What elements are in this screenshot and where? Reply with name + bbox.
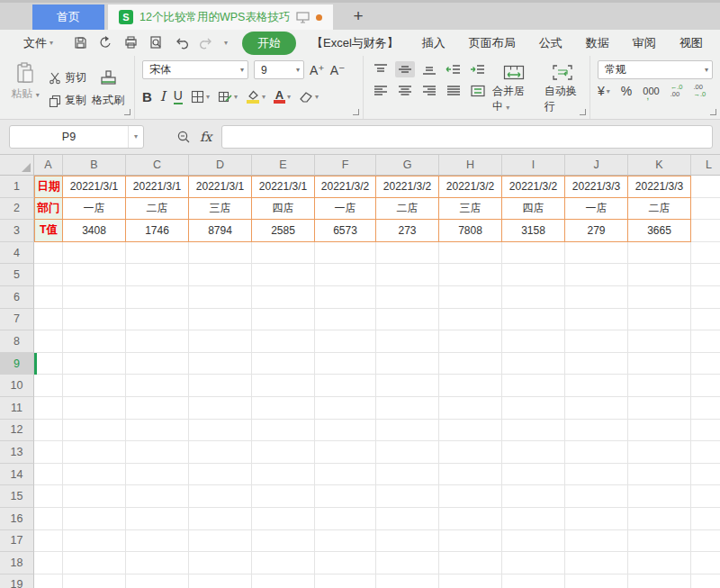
cell-H16[interactable] — [439, 508, 502, 530]
merge-center-button[interactable]: 合并居中 ▾ — [488, 61, 540, 117]
fill-color-button[interactable]: ▾ — [246, 90, 266, 104]
cell-B18[interactable] — [63, 552, 126, 574]
cell-C18[interactable] — [126, 552, 189, 574]
cell-E8[interactable] — [252, 330, 315, 353]
cell-K9[interactable] — [628, 353, 691, 375]
cell-G4[interactable] — [376, 242, 439, 265]
cell-B10[interactable] — [63, 375, 126, 397]
cell-K17[interactable] — [628, 530, 691, 553]
cell-D9[interactable] — [189, 353, 252, 375]
cell-H6[interactable] — [439, 286, 502, 309]
cell-F12[interactable] — [315, 420, 376, 442]
print-button[interactable] — [123, 35, 139, 50]
cell-G15[interactable] — [376, 485, 439, 508]
cell-H11[interactable] — [439, 397, 502, 420]
cell-B11[interactable] — [63, 397, 126, 420]
cell-A11[interactable] — [34, 397, 63, 420]
ribbon-tab-start[interactable]: 开始 — [242, 32, 296, 55]
cell-C16[interactable] — [126, 508, 189, 530]
cell-C3[interactable]: 1746 — [126, 220, 189, 242]
row-header-1[interactable]: 1 — [0, 176, 34, 198]
cell-F19[interactable] — [315, 574, 376, 588]
cell-G18[interactable] — [376, 552, 439, 574]
cell-A19[interactable] — [34, 574, 63, 588]
cell-B14[interactable] — [63, 464, 126, 486]
number-format-combobox[interactable]: 常规 ▾ — [598, 60, 713, 79]
cell-G13[interactable] — [376, 441, 439, 464]
cell-F4[interactable] — [315, 242, 376, 265]
cell-B4[interactable] — [63, 242, 126, 265]
cell-E14[interactable] — [252, 464, 315, 486]
cell-A14[interactable] — [34, 464, 63, 486]
cell-B7[interactable] — [63, 309, 126, 331]
cell-C12[interactable] — [126, 420, 189, 442]
cell-G2[interactable]: 二店 — [376, 198, 439, 221]
cell-K16[interactable] — [628, 508, 691, 530]
cell-A18[interactable] — [34, 552, 63, 574]
cell-F14[interactable] — [315, 464, 376, 486]
cell-H12[interactable] — [439, 420, 502, 442]
cell-I3[interactable]: 3158 — [502, 220, 565, 242]
number-dialog-launcher-icon[interactable] — [710, 109, 716, 115]
cell-H1[interactable]: 20221/3/2 — [439, 176, 502, 198]
row-header-9[interactable]: 9 — [0, 353, 34, 375]
cell-F1[interactable]: 20221/3/2 — [315, 176, 376, 198]
cell-A13[interactable] — [34, 441, 63, 464]
row-header-18[interactable]: 18 — [0, 552, 34, 574]
cell-K7[interactable] — [628, 309, 691, 331]
italic-button[interactable]: I — [160, 88, 166, 104]
column-header-K[interactable]: K — [628, 155, 691, 175]
cell-B8[interactable] — [63, 330, 126, 353]
cell-L14[interactable] — [691, 464, 720, 486]
new-tab-button[interactable]: + — [347, 4, 368, 29]
ribbon-tab-page-layout[interactable]: 页面布局 — [469, 35, 516, 51]
paste-button[interactable]: 粘贴 ▾ — [7, 61, 43, 117]
cell-B16[interactable] — [63, 508, 126, 530]
cell-K1[interactable]: 20221/3/3 — [628, 176, 691, 198]
copy-button[interactable]: 复制 — [49, 93, 86, 108]
print-preview-button[interactable] — [148, 35, 164, 50]
cell-D3[interactable]: 8794 — [189, 220, 252, 242]
cell-C5[interactable] — [126, 264, 189, 286]
cell-A12[interactable] — [34, 420, 63, 442]
cell-I8[interactable] — [502, 330, 565, 353]
cell-D17[interactable] — [189, 530, 252, 553]
cell-H17[interactable] — [439, 530, 502, 553]
search-zoom-icon[interactable] — [176, 130, 191, 144]
cell-D2[interactable]: 三店 — [189, 198, 252, 221]
cell-J19[interactable] — [565, 574, 628, 588]
cell-L12[interactable] — [691, 420, 720, 442]
draw-border-button[interactable]: ▾ — [218, 90, 238, 104]
cell-D6[interactable] — [189, 286, 252, 309]
cell-D12[interactable] — [189, 420, 252, 442]
cell-F9[interactable] — [315, 353, 376, 375]
row-header-15[interactable]: 15 — [0, 485, 34, 508]
column-header-D[interactable]: D — [189, 155, 252, 175]
cell-I11[interactable] — [502, 397, 565, 420]
font-color-button[interactable]: A ▾ — [274, 90, 291, 104]
cell-J3[interactable]: 279 — [565, 220, 628, 242]
cell-L1[interactable] — [691, 176, 720, 198]
row-header-4[interactable]: 4 — [0, 242, 34, 265]
cell-L6[interactable] — [691, 286, 720, 309]
cell-I5[interactable] — [502, 264, 565, 286]
cell-K18[interactable] — [628, 552, 691, 574]
row-header-5[interactable]: 5 — [0, 264, 34, 286]
cell-D8[interactable] — [189, 330, 252, 353]
decrease-font-button[interactable]: A⁻ — [330, 63, 346, 77]
column-header-J[interactable]: J — [565, 155, 628, 175]
cell-L17[interactable] — [691, 530, 720, 553]
cell-C11[interactable] — [126, 397, 189, 420]
menu-file[interactable]: 文件 ▾ — [23, 35, 53, 51]
align-middle-button[interactable] — [395, 61, 415, 77]
cell-C15[interactable] — [126, 485, 189, 508]
cell-B3[interactable]: 3408 — [63, 220, 126, 242]
align-bottom-button[interactable] — [419, 61, 439, 77]
select-all-corner[interactable] — [0, 155, 34, 175]
cell-K5[interactable] — [628, 264, 691, 286]
cell-H8[interactable] — [439, 330, 502, 353]
cell-D1[interactable]: 20221/3/1 — [189, 176, 252, 198]
increase-decimal-button[interactable]: .00 →.0 — [693, 84, 706, 98]
cell-I16[interactable] — [502, 508, 565, 530]
row-header-10[interactable]: 10 — [0, 375, 34, 397]
